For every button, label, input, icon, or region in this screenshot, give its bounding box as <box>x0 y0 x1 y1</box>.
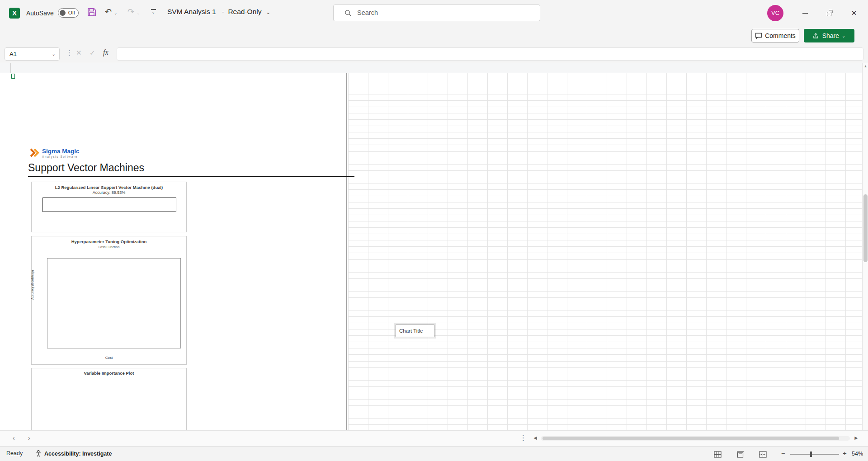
accessibility-person-icon <box>35 450 42 457</box>
active-cell-ref: A1 <box>9 51 17 57</box>
status-bar: Ready Accessibility: Investigate − + 54 <box>0 446 868 461</box>
restore-button[interactable] <box>819 0 840 26</box>
logo-chevrons-icon <box>30 148 40 157</box>
tuning-legend-title: Loss Function <box>32 245 186 249</box>
normal-view-button[interactable] <box>711 450 724 459</box>
page-break-view-button[interactable] <box>756 450 769 459</box>
save-button[interactable] <box>87 7 99 19</box>
zoom-slider-thumb[interactable] <box>810 452 812 457</box>
chart-title-textbox[interactable]: Chart Title <box>396 325 434 337</box>
cancel-icon[interactable]: ✕ <box>76 49 82 57</box>
vertical-scroll-thumb[interactable] <box>863 194 868 262</box>
name-box[interactable]: A1 ⌄ <box>5 47 60 61</box>
name-box-chevron-icon: ⌄ <box>52 48 56 60</box>
close-button[interactable]: ✕ <box>844 0 864 26</box>
worksheet-grid[interactable]: Sigma Magic Analysis Software Support Ve… <box>11 73 862 430</box>
tuning-title: Hyperparameter Tuning Optimization <box>32 239 186 244</box>
gauge-subtitle: Accuracy: 89.53% <box>32 190 186 195</box>
hscroll-right-arrow-icon[interactable]: ► <box>854 435 859 441</box>
prev-sheet-button[interactable]: ‹ <box>13 434 15 442</box>
customize-toolbar-button[interactable]: ⌄ <box>150 9 156 14</box>
redo-dropdown-icon: ⌄ <box>137 11 140 15</box>
tuning-chart[interactable]: Hyperparameter Tuning Optimization Loss … <box>31 236 187 365</box>
insert-function-button[interactable]: fx <box>103 48 108 56</box>
logo-tagline: Analysis Software <box>42 155 80 158</box>
page-boundary-line <box>346 73 347 430</box>
gauge-bar <box>42 198 176 212</box>
normal-view-icon <box>714 451 722 458</box>
page-layout-view-button[interactable] <box>733 450 747 459</box>
tuning-plot-area <box>47 258 181 348</box>
share-button[interactable]: Share ⌄ <box>804 29 854 42</box>
report-title: Support Vector Machines <box>28 162 144 174</box>
sheet-tab-bar: ‹ › ⋮ ◄ ► <box>0 430 868 446</box>
comments-button[interactable]: Comments <box>751 29 799 42</box>
autosave-label: AutoSave <box>26 9 54 17</box>
enter-icon[interactable]: ✓ <box>90 49 95 57</box>
title-bar: X AutoSave Off ↶ ⌄ ↷ ⌄ ⌄ SVM Analysis 1 … <box>0 0 868 26</box>
selected-cell-indicator <box>11 74 15 79</box>
excel-app-icon[interactable]: X <box>9 8 20 19</box>
formula-bar-handle-icon[interactable]: ⋮ <box>66 49 72 57</box>
search-placeholder: Search <box>357 9 378 16</box>
autosave-state: Off <box>68 10 75 15</box>
vertical-scrollbar[interactable]: ▲ <box>862 63 868 430</box>
autosave-toggle[interactable]: Off <box>58 8 79 18</box>
title-separator: - <box>222 8 224 15</box>
ribbon-menu-bar: Comments Share ⌄ <box>0 26 868 45</box>
zoom-in-button[interactable]: + <box>843 449 847 457</box>
accuracy-gauge-chart[interactable]: L2 Regularized Linear Support Vector Mac… <box>31 182 187 232</box>
page-layout-icon <box>736 451 744 458</box>
logo-brand: Sigma Magic <box>42 148 80 154</box>
search-input[interactable]: Search <box>333 5 540 21</box>
zoom-out-button[interactable]: − <box>781 449 785 457</box>
document-title[interactable]: SVM Analysis 1 - Read-Only ⌄ <box>167 8 270 16</box>
status-ready: Ready <box>6 450 23 456</box>
minimize-icon <box>802 13 808 14</box>
next-sheet-button[interactable]: › <box>28 434 30 442</box>
minimize-button[interactable] <box>795 0 816 26</box>
zoom-slider[interactable] <box>790 454 839 455</box>
scroll-up-icon[interactable]: ▲ <box>863 63 868 70</box>
horizontal-scroll-thumb[interactable] <box>542 437 839 440</box>
avatar[interactable]: VC <box>767 5 783 21</box>
gauge-title: L2 Regularized Linear Support Vector Mac… <box>32 185 186 190</box>
accessibility-status[interactable]: Accessibility: Investigate <box>35 450 112 457</box>
redo-button[interactable]: ↷ ⌄ <box>127 7 140 17</box>
share-chevron-icon: ⌄ <box>842 33 845 38</box>
select-all-corner[interactable] <box>0 63 11 73</box>
chevron-down-icon: ⌄ <box>150 10 156 14</box>
hscroll-left-arrow-icon[interactable]: ◄ <box>533 435 538 441</box>
importance-title: Variable Importance Plot <box>32 371 186 376</box>
sigma-magic-logo: Sigma Magic Analysis Software <box>30 148 80 158</box>
formula-bar: A1 ⌄ ⋮ ✕ ✓ fx <box>0 45 868 63</box>
restore-icon <box>827 12 831 16</box>
search-icon <box>344 9 352 17</box>
doc-mode: Read-Only <box>228 8 261 15</box>
save-floppy-icon <box>87 7 97 17</box>
comment-bubble-icon <box>755 33 762 39</box>
accessibility-label: Accessibility: Investigate <box>44 451 112 457</box>
page-break-icon <box>759 451 767 458</box>
tuning-y-label: Accuracy (Bootstrap) <box>31 270 34 300</box>
title-underline <box>28 176 354 177</box>
tuning-x-label: Cost <box>32 356 186 360</box>
title-chevron-icon: ⌄ <box>266 9 270 15</box>
doc-name: SVM Analysis 1 <box>167 8 216 15</box>
empty-cells-region[interactable] <box>348 73 862 430</box>
undo-dropdown-icon[interactable]: ⌄ <box>114 11 118 15</box>
column-headers <box>11 63 862 73</box>
comments-label: Comments <box>765 32 796 39</box>
undo-button[interactable]: ↶ ⌄ <box>105 7 118 17</box>
close-icon: ✕ <box>851 9 857 17</box>
toggle-knob-icon <box>60 10 66 16</box>
zoom-percentage[interactable]: 54% <box>852 451 863 457</box>
tab-overflow-menu-icon[interactable]: ⋮ <box>520 434 527 442</box>
horizontal-scrollbar[interactable] <box>541 436 850 441</box>
share-label: Share <box>822 32 839 39</box>
share-icon <box>813 33 820 39</box>
formula-input[interactable] <box>117 47 863 61</box>
